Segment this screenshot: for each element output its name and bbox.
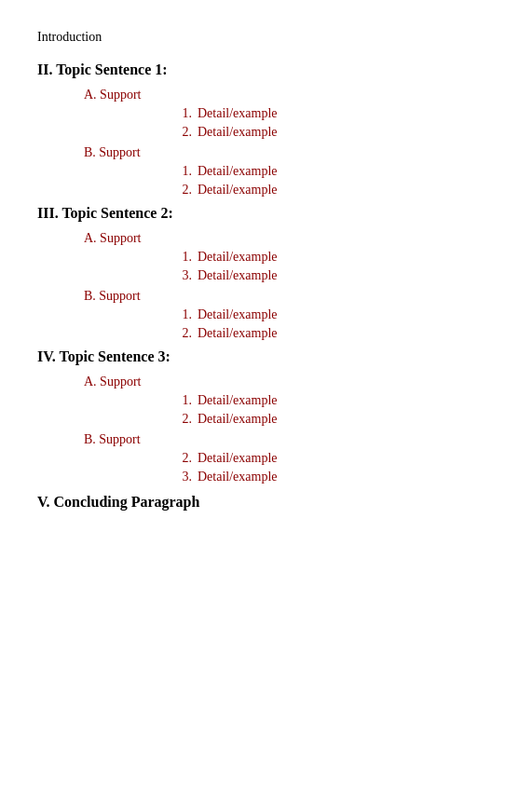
support-label-1-1: A. Support	[84, 88, 495, 102]
detail-num: 1.	[177, 307, 192, 322]
support-label-2-2: B. Support	[84, 289, 495, 304]
detail-num: 2.	[177, 326, 192, 341]
detail-2-1-2: 3.Detail/example	[177, 268, 495, 283]
detail-item: 1.Detail/example	[177, 250, 495, 265]
detail-text: Detail/example	[198, 326, 278, 341]
detail-item: 3.Detail/example	[177, 470, 495, 484]
support-2-2: B. Support1.Detail/example2.Detail/examp…	[84, 289, 495, 341]
detail-item: 3.Detail/example	[177, 268, 495, 283]
detail-num: 2.	[177, 125, 192, 140]
detail-text: Detail/example	[198, 451, 278, 466]
detail-num: 1.	[177, 250, 192, 265]
detail-text: Detail/example	[198, 183, 278, 198]
detail-text: Detail/example	[198, 393, 278, 408]
sections-container: II. Topic Sentence 1:A. Support1.Detail/…	[37, 61, 495, 484]
detail-1-1-2: 2.Detail/example	[177, 125, 495, 140]
detail-text: Detail/example	[198, 412, 278, 427]
support-label-3-2: B. Support	[84, 432, 495, 447]
detail-2-1-1: 1.Detail/example	[177, 250, 495, 265]
support-2-1: A. Support1.Detail/example3.Detail/examp…	[84, 231, 495, 283]
section-2: III. Topic Sentence 2:A. Support1.Detail…	[37, 205, 495, 341]
detail-num: 1.	[177, 164, 192, 179]
detail-text: Detail/example	[198, 307, 278, 322]
detail-item: 1.Detail/example	[177, 393, 495, 408]
detail-item: 2.Detail/example	[177, 125, 495, 140]
detail-num: 1.	[177, 393, 192, 408]
section-heading-1: II. Topic Sentence 1:	[37, 61, 495, 78]
detail-3-1-1: 1.Detail/example	[177, 393, 495, 408]
detail-text: Detail/example	[198, 106, 278, 121]
intro-line: Introduction	[37, 30, 495, 45]
section-3: IV. Topic Sentence 3:A. Support1.Detail/…	[37, 348, 495, 484]
detail-num: 3.	[177, 268, 192, 283]
conclusion-line: V. Concluding Paragraph	[37, 494, 495, 511]
detail-num: 2.	[177, 412, 192, 427]
detail-item: 1.Detail/example	[177, 164, 495, 179]
detail-1-2-1: 1.Detail/example	[177, 164, 495, 179]
detail-item: 2.Detail/example	[177, 326, 495, 341]
detail-text: Detail/example	[198, 125, 278, 140]
support-label-2-1: A. Support	[84, 231, 495, 246]
section-heading-2: III. Topic Sentence 2:	[37, 205, 495, 222]
detail-num: 1.	[177, 106, 192, 121]
detail-text: Detail/example	[198, 268, 278, 283]
intro-label: Introduction	[37, 30, 102, 44]
detail-text: Detail/example	[198, 164, 278, 179]
detail-item: 1.Detail/example	[177, 307, 495, 322]
section-heading-3: IV. Topic Sentence 3:	[37, 348, 495, 365]
support-1-2: B. Support1.Detail/example2.Detail/examp…	[84, 145, 495, 198]
detail-num: 3.	[177, 470, 192, 484]
detail-1-1-1: 1.Detail/example	[177, 106, 495, 121]
detail-text: Detail/example	[198, 250, 278, 265]
support-1-1: A. Support1.Detail/example2.Detail/examp…	[84, 88, 495, 140]
section-1: II. Topic Sentence 1:A. Support1.Detail/…	[37, 61, 495, 198]
detail-item: 1.Detail/example	[177, 106, 495, 121]
detail-3-1-2: 2.Detail/example	[177, 412, 495, 427]
detail-2-2-2: 2.Detail/example	[177, 326, 495, 341]
detail-num: 2.	[177, 451, 192, 466]
support-label-1-2: B. Support	[84, 145, 495, 160]
detail-2-2-1: 1.Detail/example	[177, 307, 495, 322]
page-wrapper: Introduction II. Topic Sentence 1:A. Sup…	[37, 30, 495, 511]
detail-num: 2.	[177, 183, 192, 198]
detail-1-2-2: 2.Detail/example	[177, 183, 495, 198]
detail-3-2-1: 2.Detail/example	[177, 451, 495, 466]
detail-item: 2.Detail/example	[177, 451, 495, 466]
support-3-2: B. Support2.Detail/example3.Detail/examp…	[84, 432, 495, 484]
support-label-3-1: A. Support	[84, 375, 495, 389]
support-3-1: A. Support1.Detail/example2.Detail/examp…	[84, 375, 495, 427]
detail-item: 2.Detail/example	[177, 412, 495, 427]
detail-item: 2.Detail/example	[177, 183, 495, 198]
detail-text: Detail/example	[198, 470, 278, 484]
detail-3-2-2: 3.Detail/example	[177, 470, 495, 484]
